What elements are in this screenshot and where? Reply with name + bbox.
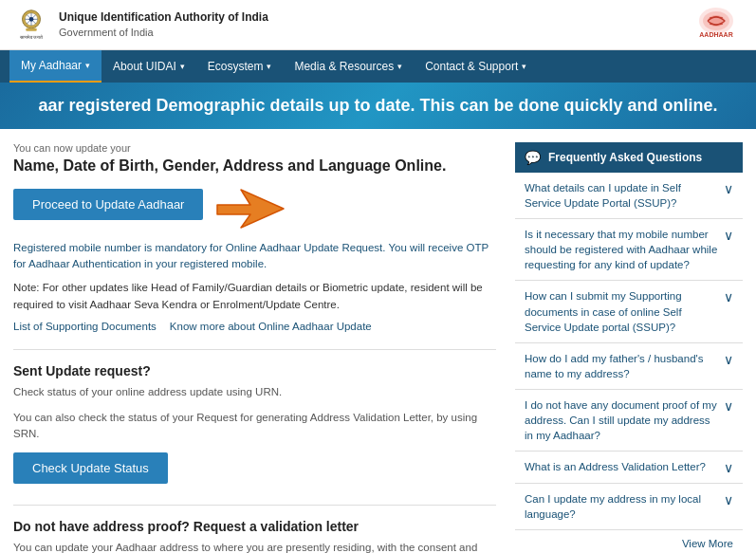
sent-update-title: Sent Update request? (13, 363, 496, 378)
nav-arrow-about-uidai: ▾ (180, 62, 185, 71)
faq-chevron-3: ∨ (724, 352, 733, 367)
note-text: Note: For other updates like Head of Fam… (13, 280, 496, 313)
faq-header: 💬 Frequently Asked Questions (515, 142, 743, 173)
nav-item-my-aadhaar[interactable]: My Aadhaar ▾ (9, 50, 101, 83)
orange-arrow-annotation (212, 188, 288, 230)
main-content: You can now update your Name, Date of Bi… (0, 129, 756, 553)
faq-chevron-0: ∨ (724, 181, 733, 196)
faq-title: Frequently Asked Questions (548, 151, 702, 164)
no-address-desc: You can update your Aadhaar address to w… (13, 540, 496, 553)
faq-section: 💬 Frequently Asked Questions What detail… (515, 142, 743, 553)
nav-arrow-my-aadhaar: ▾ (85, 61, 90, 70)
faq-item-1[interactable]: Is it necessary that my mobile number sh… (515, 219, 743, 281)
faq-chevron-6: ∨ (724, 492, 733, 507)
left-column: You can now update your Name, Date of Bi… (13, 142, 515, 553)
faq-item-5[interactable]: What is an Address Validation Letter? ∨ (515, 452, 743, 484)
svg-text:सत्यमेव जयते: सत्यमेव जयते (19, 34, 43, 40)
know-more-link[interactable]: Know more about Online Aadhaar Update (170, 321, 372, 332)
svg-marker-14 (217, 190, 284, 228)
supporting-links: List of Supporting Documents Know more a… (13, 321, 496, 332)
faq-item-6[interactable]: Can I update my address in my local lang… (515, 484, 743, 530)
nav-item-about-uidai[interactable]: About UIDAI ▾ (101, 50, 196, 83)
page-header: सत्यमेव जयते Unique Identification Autho… (0, 0, 756, 50)
no-address-title: Do not have address proof? Request a val… (13, 519, 496, 534)
nav-item-media-resources[interactable]: Media & Resources ▾ (283, 50, 414, 83)
header-left: सत्यमेव जयते Unique Identification Autho… (13, 7, 268, 43)
nav-arrow-contact: ▾ (522, 62, 526, 71)
supporting-docs-link[interactable]: List of Supporting Documents (13, 321, 157, 332)
faq-chevron-2: ∨ (724, 289, 733, 304)
svg-text:AADHAAR: AADHAAR (699, 31, 732, 38)
nav-arrow-media: ▾ (397, 62, 402, 71)
faq-item-2[interactable]: How can I submit my Supporting documents… (515, 281, 743, 342)
no-address-section: Do not have address proof? Request a val… (13, 505, 496, 553)
faq-chevron-1: ∨ (724, 228, 733, 243)
org-title: Unique Identification Authority of India… (59, 9, 268, 40)
view-more-section: View More (515, 530, 743, 553)
faq-chevron-5: ∨ (724, 460, 733, 475)
faq-icon: 💬 (525, 150, 541, 165)
hero-banner: aar registered Demographic details up to… (0, 83, 756, 129)
nav-item-contact-support[interactable]: Contact & Support ▾ (414, 50, 538, 83)
svg-rect-7 (26, 28, 36, 31)
main-nav: My Aadhaar ▾ About UIDAI ▾ Ecosystem ▾ M… (0, 50, 756, 83)
view-more-link[interactable]: View More (682, 538, 733, 549)
nav-arrow-ecosystem: ▾ (267, 62, 271, 71)
faq-item-4[interactable]: I do not have any document proof of my a… (515, 390, 743, 452)
aadhaar-logo-icon: AADHAAR (691, 6, 743, 44)
faq-item-0[interactable]: What details can I update in Self Servic… (515, 173, 743, 219)
update-label: You can now update your (13, 142, 496, 154)
update-title: Name, Date of Birth, Gender, Address and… (13, 157, 496, 176)
faq-chevron-4: ∨ (724, 398, 733, 414)
check-update-status-button[interactable]: Check Update Status (13, 452, 168, 484)
faq-question-6: Can I update my address in my local lang… (525, 491, 724, 522)
faq-item-3[interactable]: How do I add my father's / husband's nam… (515, 343, 743, 390)
sent-update-section: Sent Update request? Check status of you… (13, 349, 496, 497)
info-text: Registered mobile number is mandatory fo… (13, 240, 496, 273)
nav-item-ecosystem[interactable]: Ecosystem ▾ (196, 50, 284, 83)
proceed-button[interactable]: Proceed to Update Aadhaar (13, 189, 203, 220)
faq-question-5: What is an Address Validation Letter? (525, 459, 724, 474)
sent-update-desc2: You can also check the status of your Re… (13, 410, 496, 443)
india-emblem-icon: सत्यमेव जयते (13, 7, 49, 43)
proceed-row: Proceed to Update Aadhaar (13, 188, 496, 230)
faq-question-3: How do I add my father's / husband's nam… (525, 351, 724, 381)
sent-update-desc1: Check status of your online address upda… (13, 384, 496, 400)
faq-question-4: I do not have any document proof of my a… (525, 397, 724, 443)
faq-question-2: How can I submit my Supporting documents… (525, 288, 724, 334)
faq-question-1: Is it necessary that my mobile number sh… (525, 227, 724, 272)
faq-question-0: What details can I update in Self Servic… (525, 180, 724, 211)
